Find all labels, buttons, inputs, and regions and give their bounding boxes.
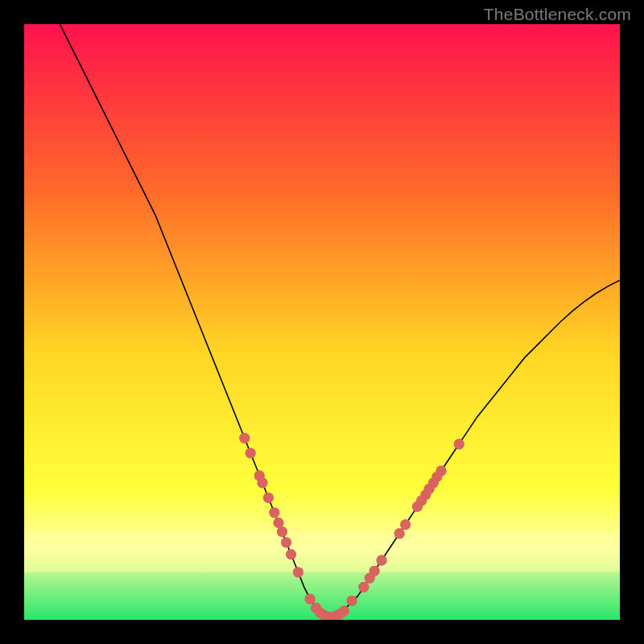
data-marker (293, 567, 303, 577)
data-marker (400, 519, 411, 530)
data-marker (339, 605, 349, 616)
data-marker (286, 549, 296, 559)
watermark-text: TheBottleneck.com (484, 5, 631, 24)
data-marker (346, 596, 357, 606)
data-marker (394, 528, 405, 539)
data-marker (281, 537, 291, 547)
bottleneck-chart (24, 24, 620, 620)
data-marker (263, 493, 274, 503)
data-marker (239, 433, 250, 444)
data-marker (454, 439, 464, 449)
data-marker (358, 582, 369, 592)
data-marker (305, 593, 316, 604)
data-marker (369, 566, 379, 576)
data-marker (376, 555, 386, 565)
data-marker (246, 448, 256, 458)
data-marker (436, 465, 446, 476)
data-marker (269, 507, 279, 518)
data-marker (257, 477, 267, 488)
data-marker (277, 526, 287, 537)
highlight-band (24, 530, 620, 572)
